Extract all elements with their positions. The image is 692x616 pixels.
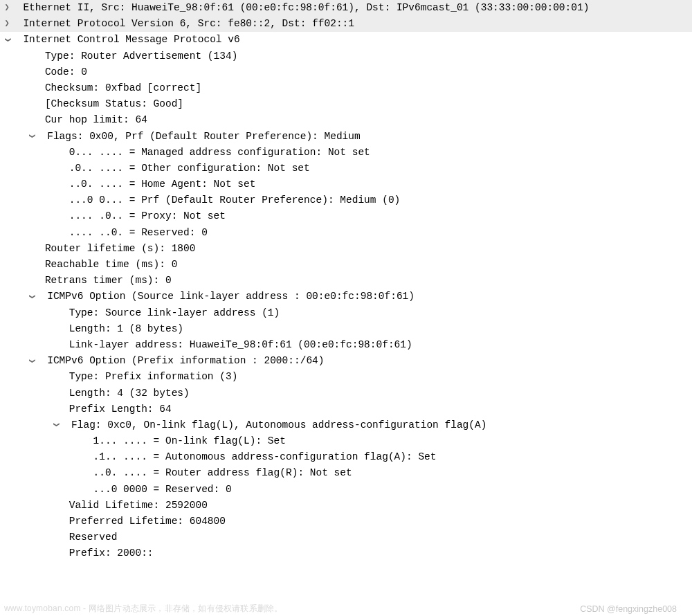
chevron-down-icon[interactable]: ❯ (0, 36, 13, 44)
option1-length[interactable]: Length: 1 (8 bytes) (0, 321, 692, 337)
flag-home-agent[interactable]: ..0. .... = Home Agent: Not set (0, 176, 692, 192)
flag-reserved[interactable]: .... ..0. = Reserved: 0 (0, 225, 692, 241)
option2-flag-row[interactable]: ❯ Flag: 0xc0, On-link flag(L), Autonomou… (0, 417, 692, 433)
router-lifetime[interactable]: Router lifetime (s): 1800 (0, 241, 692, 257)
flags-summary: Flags: 0x00, Prf (Default Router Prefere… (47, 131, 360, 142)
option1-address[interactable]: Link-layer address: HuaweiTe_98:0f:61 (0… (0, 337, 692, 353)
option2-reserved[interactable]: Reserved (0, 529, 692, 545)
ethernet-summary: Ethernet II, Src: HuaweiTe_98:0f:61 (00:… (23, 2, 589, 13)
icmpv6-hop-limit[interactable]: Cur hop limit: 64 (0, 112, 692, 128)
flag-managed[interactable]: 0... .... = Managed address configuratio… (0, 145, 692, 161)
chevron-right-icon[interactable]: ❯ (3, 17, 11, 30)
option2-summary: ICMPv6 Option (Prefix information : 2000… (47, 355, 324, 366)
icmpv6-summary: Internet Control Message Protocol v6 (23, 34, 239, 45)
option2-flag-onlink[interactable]: 1... .... = On-link flag(L): Set (0, 433, 692, 449)
ethernet-header-row[interactable]: ❯ Ethernet II, Src: HuaweiTe_98:0f:61 (0… (0, 0, 692, 16)
chevron-down-icon[interactable]: ❯ (48, 421, 62, 429)
retrans-timer[interactable]: Retrans timer (ms): 0 (0, 273, 692, 289)
option2-length[interactable]: Length: 4 (32 bytes) (0, 386, 692, 401)
option1-type[interactable]: Type: Source link-layer address (1) (0, 305, 692, 321)
chevron-down-icon[interactable]: ❯ (24, 356, 37, 365)
icmpv6-header-row[interactable]: ❯ Internet Control Message Protocol v6 (0, 32, 692, 48)
option2-flag-summary: Flag: 0xc0, On-link flag(L), Autonomous … (71, 419, 486, 431)
option2-type[interactable]: Type: Prefix information (3) (0, 369, 692, 385)
flags-row[interactable]: ❯ Flags: 0x00, Prf (Default Router Prefe… (0, 129, 692, 145)
chevron-down-icon[interactable]: ❯ (24, 293, 37, 301)
flag-proxy[interactable]: .... .0.. = Proxy: Not set (0, 208, 692, 224)
option2-flag-router[interactable]: ..0. .... = Router address flag(R): Not … (0, 465, 692, 481)
option2-preferred-lifetime[interactable]: Preferred Lifetime: 604800 (0, 514, 692, 529)
option2-valid-lifetime[interactable]: Valid Lifetime: 2592000 (0, 498, 692, 514)
option1-summary: ICMPv6 Option (Source link-layer address… (47, 291, 415, 302)
icmpv6-type[interactable]: Type: Router Advertisement (134) (0, 48, 692, 64)
icmpv6-checksum[interactable]: Checksum: 0xfbad [correct] (0, 80, 692, 96)
ipv6-summary: Internet Protocol Version 6, Src: fe80::… (23, 18, 354, 29)
flag-other[interactable]: .0.. .... = Other configuration: Not set (0, 161, 692, 176)
icmpv6-checksum-status[interactable]: [Checksum Status: Good] (0, 96, 692, 112)
reachable-time[interactable]: Reachable time (ms): 0 (0, 257, 692, 273)
ipv6-header-row[interactable]: ❯ Internet Protocol Version 6, Src: fe80… (0, 16, 692, 32)
option2-flag-autonomous[interactable]: .1.. .... = Autonomous address-configura… (0, 449, 692, 465)
option2-prefix[interactable]: Prefix: 2000:: (0, 545, 692, 561)
option2-flag-reserved[interactable]: ...0 0000 = Reserved: 0 (0, 482, 692, 498)
chevron-right-icon[interactable]: ❯ (3, 1, 11, 15)
flag-prf[interactable]: ...0 0... = Prf (Default Router Preferen… (0, 192, 692, 208)
watermark-right: CSDN @fengxingzhe008 (580, 602, 677, 616)
option1-row[interactable]: ❯ ICMPv6 Option (Source link-layer addre… (0, 289, 692, 305)
chevron-down-icon[interactable]: ❯ (24, 132, 37, 141)
option2-row[interactable]: ❯ ICMPv6 Option (Prefix information : 20… (0, 353, 692, 369)
watermark-left: www.toymoban.com - 网络图片动态展示，非存储，如有侵权请联系删… (4, 602, 282, 615)
packet-details-pane: ❯ Ethernet II, Src: HuaweiTe_98:0f:61 (0… (0, 0, 692, 616)
option2-prefix-length[interactable]: Prefix Length: 64 (0, 401, 692, 417)
icmpv6-code[interactable]: Code: 0 (0, 64, 692, 80)
